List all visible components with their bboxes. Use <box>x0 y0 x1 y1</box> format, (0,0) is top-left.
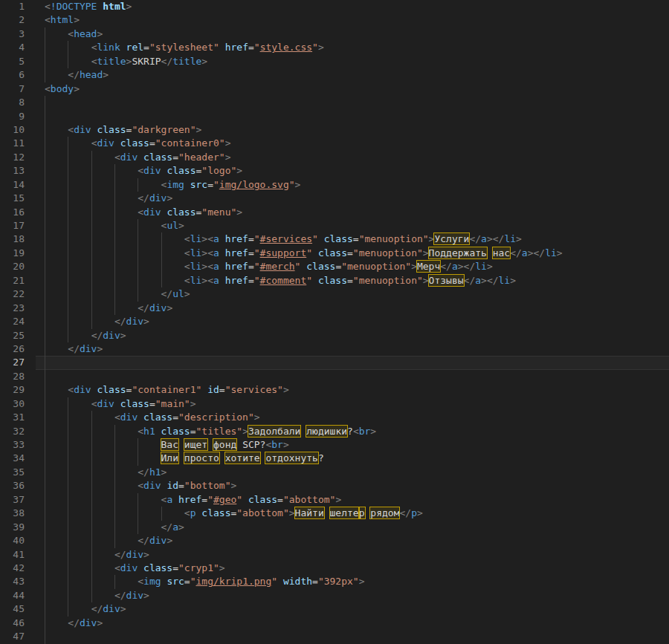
code-text[interactable]: <p class="abottom">Найти шелтер рядом</p… <box>36 507 669 520</box>
code-text[interactable]: <div id="bottom"> <box>36 479 669 492</box>
code-text[interactable]: </div> <box>36 315 669 328</box>
code-line[interactable]: 47 <box>0 630 669 643</box>
code-line[interactable]: 6 </head> <box>0 68 669 82</box>
code-line[interactable]: 42 <div class="cryp1"> <box>0 562 669 575</box>
code-line[interactable]: 9 <box>0 110 669 123</box>
code-text[interactable]: <li><a href="#support" class="menuoption… <box>36 247 669 260</box>
code-line[interactable]: 35 </h1> <box>0 466 669 479</box>
code-text[interactable]: <div class="container0"> <box>36 137 669 150</box>
code-text[interactable]: <title>SKRIP</title> <box>36 55 669 68</box>
code-text[interactable]: </h1> <box>36 466 669 479</box>
code-line[interactable]: 33 Вас ищет фонд SCP?<br> <box>0 438 669 452</box>
code-editor[interactable]: 1<!DOCTYPE html>2<html>3 <head>4 <link r… <box>0 0 669 644</box>
string-value: " <box>254 233 260 244</box>
code-text[interactable]: <!DOCTYPE html> <box>36 0 669 13</box>
code-line[interactable]: 3 <head> <box>0 27 669 41</box>
code-text[interactable]: <div class="description"> <box>36 411 669 424</box>
code-line[interactable]: 45 </div> <box>0 602 669 616</box>
code-line[interactable]: 31 <div class="description"> <box>0 411 669 424</box>
code-text[interactable]: <head> <box>36 27 669 41</box>
code-line[interactable]: 43 <img src="img/krip1.png" width="392px… <box>0 575 669 588</box>
code-text[interactable]: </div> <box>36 534 669 547</box>
code-line[interactable]: 23 </div> <box>0 302 669 315</box>
code-line[interactable]: 5 <title>SKRIP</title> <box>0 55 669 68</box>
code-line[interactable]: 21 <li><a href="#comment" class="menuopt… <box>0 274 669 287</box>
code-text[interactable]: <div class="darkgreen"> <box>36 123 669 137</box>
code-text[interactable]: </head> <box>36 68 669 82</box>
code-text[interactable]: Вас ищет фонд SCP?<br> <box>36 438 669 452</box>
punctuation: < <box>138 576 143 587</box>
code-line-active[interactable]: 27 <box>0 356 669 369</box>
code-line[interactable]: 7<body> <box>0 82 669 96</box>
code-line[interactable]: 30 <div class="main"> <box>0 397 669 411</box>
equals-sign: = <box>248 275 254 286</box>
attribute-name: href <box>225 275 248 286</box>
code-line[interactable]: 4 <link rel="stylesheet" href="style.css… <box>0 41 669 54</box>
code-line[interactable]: 20 <li><a href="#merch" class="menuoptio… <box>0 260 669 273</box>
code-text[interactable] <box>36 356 669 369</box>
code-line[interactable]: 11 <div class="container0"> <box>0 137 669 150</box>
code-text[interactable]: <a href="#geo" class="abottom"> <box>36 493 669 507</box>
code-line[interactable]: 41 </div> <box>0 548 669 562</box>
code-text[interactable]: <link rel="stylesheet" href="style.css"> <box>36 41 669 54</box>
code-text[interactable]: <li><a href="#merch" class="menuoption">… <box>36 260 669 273</box>
code-line[interactable]: 36 <div id="bottom"> <box>0 479 669 492</box>
code-text[interactable]: </a> <box>36 521 669 534</box>
code-text[interactable] <box>36 630 669 643</box>
code-line[interactable]: 26 </div> <box>0 342 669 356</box>
code-text[interactable]: <div class="container1" id="services"> <box>36 383 669 397</box>
code-line[interactable]: 40 </div> <box>0 534 669 547</box>
code-line[interactable]: 24 </div> <box>0 315 669 328</box>
code-text[interactable]: <body> <box>36 82 669 96</box>
code-text[interactable]: </div> <box>36 589 669 602</box>
code-line[interactable]: 25 </div> <box>0 329 669 342</box>
code-text[interactable]: <ul> <box>36 219 669 232</box>
code-text[interactable]: <h1 class="titles">Задолбали людишки?<br… <box>36 425 669 438</box>
code-text[interactable]: </div> <box>36 329 669 342</box>
code-text[interactable]: Или просто хотите отдохнуть? <box>36 452 669 465</box>
code-line[interactable]: 14 <img src="img/logo.svg"> <box>0 178 669 192</box>
code-line[interactable]: 38 <p class="abottom">Найти шелтер рядом… <box>0 507 669 520</box>
code-line[interactable]: 1<!DOCTYPE html> <box>0 0 669 13</box>
code-text[interactable]: <img src="img/krip1.png" width="392px"> <box>36 575 669 588</box>
code-text[interactable]: </ul> <box>36 287 669 301</box>
code-text[interactable]: <html> <box>36 13 669 27</box>
code-text[interactable]: <img src="img/logo.svg"> <box>36 178 669 192</box>
code-line[interactable]: 29 <div class="container1" id="services"… <box>0 383 669 397</box>
code-line[interactable]: 44 </div> <box>0 589 669 602</box>
code-line[interactable]: 34 Или просто хотите отдохнуть? <box>0 452 669 465</box>
code-line[interactable]: 22 </ul> <box>0 287 669 301</box>
code-line[interactable]: 13 <div class="logo"> <box>0 164 669 178</box>
code-line[interactable]: 15 </div> <box>0 192 669 205</box>
code-text[interactable]: </div> <box>36 617 669 630</box>
code-text[interactable]: <li><a href="#comment" class="menuoption… <box>36 274 669 287</box>
code-text[interactable]: </div> <box>36 342 669 356</box>
code-text[interactable]: <div class="cryp1"> <box>36 562 669 575</box>
code-text[interactable]: </div> <box>36 548 669 562</box>
code-line[interactable]: 32 <h1 class="titles">Задолбали людишки?… <box>0 425 669 438</box>
code-line[interactable]: 10 <div class="darkgreen"> <box>0 123 669 137</box>
code-text[interactable] <box>36 110 669 123</box>
code-text[interactable]: <div class="header"> <box>36 151 669 164</box>
code-text[interactable]: </div> <box>36 302 669 315</box>
code-text[interactable]: <div class="main"> <box>36 397 669 411</box>
code-line[interactable]: 18 <li><a href="#services" class="menuop… <box>0 232 669 246</box>
code-line[interactable]: 17 <ul> <box>0 219 669 232</box>
code-line[interactable]: 28 <box>0 370 669 383</box>
code-line[interactable]: 12 <div class="header"> <box>0 151 669 164</box>
code-text[interactable] <box>36 96 669 109</box>
code-text[interactable] <box>36 370 669 383</box>
code-line[interactable]: 8 <box>0 96 669 109</box>
code-line[interactable]: 46 </div> <box>0 617 669 630</box>
code-text[interactable]: </div> <box>36 602 669 616</box>
code-line[interactable]: 37 <a href="#geo" class="abottom"> <box>0 493 669 507</box>
punctuation: </ <box>114 316 126 327</box>
code-line[interactable]: 19 <li><a href="#support" class="menuopt… <box>0 247 669 260</box>
code-line[interactable]: 39 </a> <box>0 521 669 534</box>
code-text[interactable]: <li><a href="#services" class="menuoptio… <box>36 232 669 246</box>
code-text[interactable]: </div> <box>36 192 669 205</box>
code-text[interactable]: <div class="menu"> <box>36 206 669 219</box>
code-line[interactable]: 16 <div class="menu"> <box>0 206 669 219</box>
code-line[interactable]: 2<html> <box>0 13 669 27</box>
code-text[interactable]: <div class="logo"> <box>36 164 669 178</box>
